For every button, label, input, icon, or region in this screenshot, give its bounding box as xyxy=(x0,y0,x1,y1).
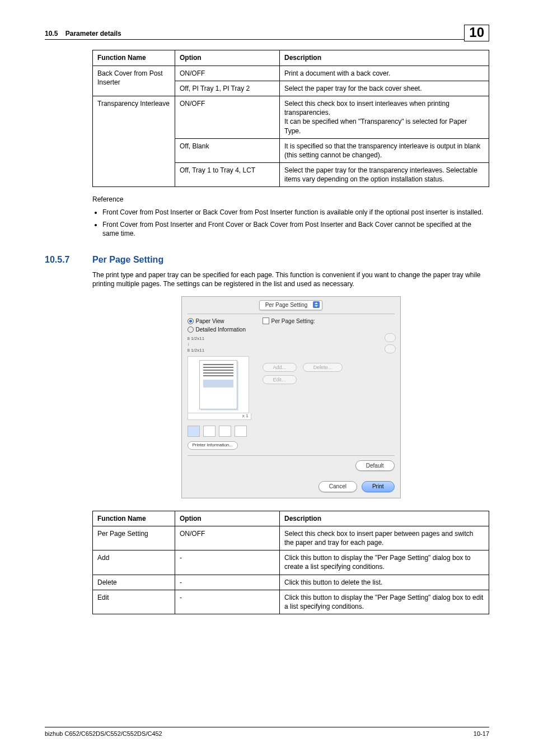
pane-selector-label: Per Page Setting xyxy=(265,302,308,308)
parameters-table-1: Function Name Option Description Back Co… xyxy=(92,50,489,187)
cell-desc: Select the paper tray for the back cover… xyxy=(280,81,489,96)
staple-icon[interactable] xyxy=(219,426,231,437)
button-label: Delete... xyxy=(313,365,332,370)
cell-opt: ON/OFF xyxy=(175,526,280,550)
cell-desc: Select this check box to insert interlea… xyxy=(280,96,489,138)
cell-desc: Select the paper tray for the transparen… xyxy=(280,163,489,187)
edit-button[interactable]: Edit... xyxy=(263,375,297,384)
table-row: Edit - Click this button to display the … xyxy=(93,590,489,614)
secure-icon[interactable] xyxy=(235,426,247,437)
button-label: Default xyxy=(366,463,384,469)
copy-count-label: x 1 xyxy=(188,413,251,420)
cell-desc: It is specified so that the transparency… xyxy=(280,138,489,162)
nav-up-button[interactable] xyxy=(385,333,396,342)
cancel-button[interactable]: Cancel xyxy=(318,481,357,492)
th-option: Option xyxy=(175,50,280,66)
cell-opt: Off, Blank xyxy=(175,138,280,162)
subsection-title: Per Page Setting xyxy=(92,254,163,266)
reference-list: Front Cover from Post Inserter or Back C… xyxy=(92,208,489,239)
cell-desc: Select this check box to insert paper be… xyxy=(280,526,489,550)
subsection-number: 10.5.7 xyxy=(45,254,92,266)
status-icon-row xyxy=(188,426,255,437)
cell-desc: Click this button to display the "Per Pa… xyxy=(280,590,489,614)
list-item: Front Cover from Post Inserter and Front… xyxy=(102,220,489,238)
table-row: Per Page Setting ON/OFF Select this chec… xyxy=(93,526,489,550)
cell-opt: - xyxy=(175,550,280,575)
checkbox-label: Per Page Setting: xyxy=(271,318,315,325)
cell-fn: Add xyxy=(93,550,175,575)
button-label: Edit... xyxy=(273,377,286,382)
th-description: Description xyxy=(280,50,489,66)
radio-paper-view[interactable]: Paper View xyxy=(188,318,255,325)
page-footer: bizhub C652/C652DS/C552/C552DS/C452 10-1… xyxy=(45,727,489,738)
subsection-body: The print type and paper tray can be spe… xyxy=(92,270,489,288)
per-page-setting-checkbox[interactable]: Per Page Setting: xyxy=(263,318,395,325)
table-row: Transparency Interleave ON/OFF Select th… xyxy=(93,96,489,138)
cell-fn: Transparency Interleave xyxy=(93,96,175,187)
button-label: Print xyxy=(372,483,384,489)
nav-down-button[interactable] xyxy=(385,344,396,353)
cell-opt: - xyxy=(175,575,280,590)
parameters-table-2: Function Name Option Description Per Pag… xyxy=(92,511,489,615)
add-button[interactable]: Add... xyxy=(263,363,297,372)
running-head: 10.5 Parameter details xyxy=(45,29,121,38)
cell-fn: Delete xyxy=(93,575,175,590)
cell-opt: Off, PI Tray 1, PI Tray 2 xyxy=(175,81,280,96)
list-nav-buttons xyxy=(385,333,396,353)
th-option: Option xyxy=(175,511,280,526)
cell-opt: ON/OFF xyxy=(175,96,280,138)
button-label: Add... xyxy=(273,365,287,370)
pane-selector[interactable]: Per Page Setting xyxy=(259,300,323,310)
page-header: 10.5 Parameter details 10 xyxy=(45,21,489,40)
paper-size-label: 8 1/2x11 xyxy=(188,336,255,342)
th-description: Description xyxy=(280,511,489,526)
list-item: Front Cover from Post Inserter or Back C… xyxy=(102,208,489,217)
dialog-screenshot: Per Page Setting Paper View Detailed Inf… xyxy=(181,296,401,498)
table-row: Back Cover from Post Inserter ON/OFF Pri… xyxy=(93,66,489,81)
arrow-down-icon: ↓ xyxy=(188,342,255,348)
button-label: Printer Information... xyxy=(193,442,233,447)
cell-fn: Edit xyxy=(93,590,175,614)
stepper-arrows-icon xyxy=(313,301,320,308)
default-button[interactable]: Default xyxy=(355,460,395,472)
printer-information-button[interactable]: Printer Information... xyxy=(188,441,238,450)
delete-button[interactable]: Delete... xyxy=(303,363,343,372)
duplex-icon[interactable] xyxy=(188,426,200,437)
checkbox-icon xyxy=(263,318,269,324)
cell-opt: - xyxy=(175,590,280,614)
cell-desc: Print a document with a back cover. xyxy=(280,66,489,81)
table-row: Add - Click this button to display the "… xyxy=(93,550,489,575)
running-head-title: Parameter details xyxy=(65,30,121,38)
cell-opt: Off, Tray 1 to Tray 4, LCT xyxy=(175,163,280,187)
radio-detailed-info[interactable]: Detailed Information xyxy=(188,326,255,334)
cell-opt: ON/OFF xyxy=(175,66,280,81)
cell-fn: Back Cover from Post Inserter xyxy=(93,66,175,96)
button-label: Cancel xyxy=(329,483,346,489)
footer-model: bizhub C652/C652DS/C552/C552DS/C452 xyxy=(45,730,162,738)
th-function-name: Function Name xyxy=(93,511,175,526)
radio-dot-icon xyxy=(188,326,194,333)
radio-label: Paper View xyxy=(196,318,224,325)
footer-page-number: 10-17 xyxy=(474,730,489,738)
booklet-icon[interactable] xyxy=(203,426,216,437)
radio-label: Detailed Information xyxy=(196,326,246,334)
radio-dot-icon xyxy=(188,318,194,324)
chapter-number-box: 10 xyxy=(464,25,489,41)
th-function-name: Function Name xyxy=(93,50,175,66)
page-preview xyxy=(188,356,249,413)
cell-fn: Per Page Setting xyxy=(93,526,175,550)
page-preview-icon xyxy=(199,360,237,409)
table-row: Delete - Click this button to delete the… xyxy=(93,575,489,590)
cell-desc: Click this button to delete the list. xyxy=(280,575,489,590)
running-head-num: 10.5 xyxy=(45,30,58,38)
print-button[interactable]: Print xyxy=(362,481,395,492)
reference-label: Reference xyxy=(92,195,489,204)
paper-size-label: 8 1/2x11 xyxy=(188,348,255,354)
cell-desc: Click this button to display the "Per Pa… xyxy=(280,550,489,575)
